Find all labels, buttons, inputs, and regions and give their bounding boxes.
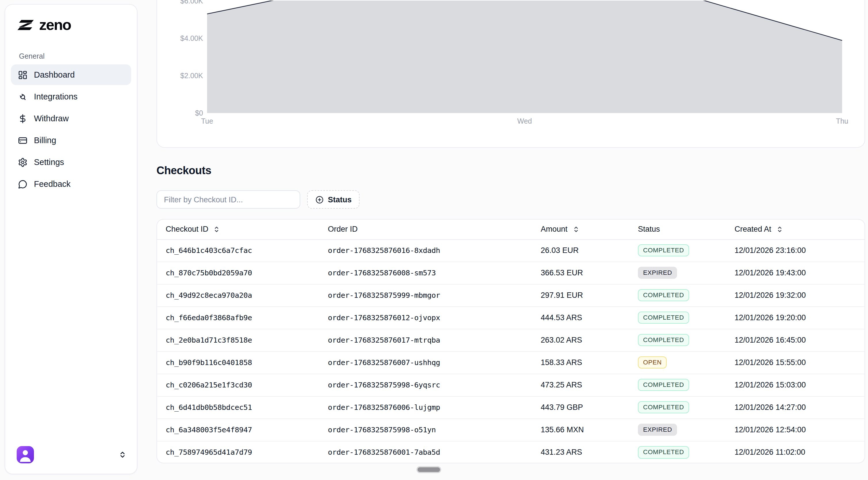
layout-dashboard-icon (18, 70, 28, 79)
cell-created-at: 12/01/2026 16:45:00 (735, 329, 865, 351)
cell-status: COMPLETED (638, 374, 735, 396)
cell-checkout-id: ch_6a348003f5e4f8947 (157, 418, 328, 441)
sidebar-item-label: Withdraw (34, 114, 69, 123)
credit-card-icon (18, 135, 28, 145)
table-row[interactable]: ch_6d41db0b58bdcec51order-1768325876006-… (157, 396, 865, 418)
revenue-area-chart: $0$2.00K$4.00K$6.00K TueWedThu (157, 1, 865, 148)
cell-amount: 297.91 EUR (541, 284, 638, 307)
cell-order-id: order-1768325876001-7aba5d (328, 441, 541, 463)
table-row[interactable]: ch_870c75b0bd2059a70order-1768325876008-… (157, 261, 865, 284)
sort-icon (572, 226, 579, 233)
table-header-row: Checkout ID Order ID Amount Status Creat… (157, 220, 865, 239)
status-badge: COMPLETED (638, 289, 689, 301)
sort-icon (214, 226, 220, 233)
table-row[interactable]: ch_6a348003f5e4f8947order-1768325875998-… (157, 418, 865, 441)
status-badge: COMPLETED (638, 244, 689, 257)
cell-order-id: order-1768325876008-sm573 (328, 261, 541, 284)
sidebar-item-withdraw[interactable]: Withdraw (11, 108, 131, 129)
cell-status: OPEN (638, 351, 735, 374)
status-badge: COMPLETED (638, 312, 689, 324)
cell-status: EXPIRED (638, 261, 735, 284)
cell-checkout-id: ch_646b1c403c6a7cfac (157, 239, 328, 261)
plug-icon (18, 92, 28, 101)
cell-order-id: order-1768325876006-lujgmp (328, 396, 541, 418)
logo-wordmark: zeno (39, 16, 71, 34)
sidebar-item-label: Integrations (34, 92, 78, 101)
sidebar-item-label: Feedback (34, 179, 70, 189)
cell-order-id: order-1768325876007-ushhqg (328, 351, 541, 374)
cell-order-id: order-1768325875998-o51yn (328, 418, 541, 441)
sidebar-item-dashboard[interactable]: Dashboard (11, 64, 131, 85)
cell-checkout-id: ch_49d92c8eca970a20a (157, 284, 328, 307)
cell-status: COMPLETED (638, 329, 735, 351)
checkouts-title: Checkouts (156, 164, 211, 177)
sidebar-item-label: Billing (34, 136, 56, 145)
cell-created-at: 12/01/2026 23:16:00 (735, 239, 865, 261)
cell-checkout-id: ch_b90f9b116c0401858 (157, 351, 328, 374)
y-axis-tick-label: $2.00K (163, 71, 203, 80)
cell-checkout-id: ch_758974965d41a7d79 (157, 441, 328, 463)
sidebar-nav: Dashboard Integrations Withdraw Billing (5, 64, 137, 195)
cell-amount: 26.03 EUR (541, 239, 638, 261)
x-axis-tick-label: Thu (822, 117, 862, 126)
cell-checkout-id: ch_c0206a215e1f3cd30 (157, 374, 328, 396)
cell-status: COMPLETED (638, 284, 735, 307)
cell-created-at: 12/01/2026 19:32:00 (735, 284, 865, 307)
y-axis-tick-label: $4.00K (163, 34, 203, 43)
cell-checkout-id: ch_870c75b0bd2059a70 (157, 261, 328, 284)
sidebar-item-settings[interactable]: Settings (11, 152, 131, 172)
sidebar-item-feedback[interactable]: Feedback (11, 173, 131, 194)
table-row[interactable]: ch_c0206a215e1f3cd30order-1768325875998-… (157, 374, 865, 396)
cell-order-id: order-1768325876012-ojvopx (328, 307, 541, 329)
cell-order-id: order-1768325875999-mbmgor (328, 284, 541, 307)
status-filter-button[interactable]: Status (307, 190, 360, 209)
table-row[interactable]: ch_646b1c403c6a7cfacorder-1768325876016-… (157, 239, 865, 261)
column-header-amount[interactable]: Amount (541, 220, 638, 239)
cell-created-at: 12/01/2026 15:03:00 (735, 374, 865, 396)
sidebar-section-label: General (19, 52, 137, 60)
cell-checkout-id: ch_6d41db0b58bdcec51 (157, 396, 328, 418)
y-axis-tick-label: $6.00K (163, 0, 203, 5)
table-row[interactable]: ch_758974965d41a7d79order-1768325876001-… (157, 441, 865, 463)
sidebar-item-integrations[interactable]: Integrations (11, 86, 131, 107)
cell-created-at: 12/01/2026 19:43:00 (735, 261, 865, 284)
cell-created-at: 12/01/2026 11:02:00 (735, 441, 865, 463)
cell-amount: 263.02 ARS (541, 329, 638, 351)
sidebar-item-label: Settings (34, 158, 64, 167)
table-row[interactable]: ch_2e0ba1d71c3f8518eorder-1768325876017-… (157, 329, 865, 351)
cell-status: COMPLETED (638, 307, 735, 329)
table-row[interactable]: ch_b90f9b116c0401858order-1768325876007-… (157, 351, 865, 374)
horizontal-scrollbar-thumb[interactable] (417, 467, 440, 472)
cell-amount: 431.23 ARS (541, 441, 638, 463)
status-badge: EXPIRED (638, 424, 677, 436)
cell-amount: 135.66 MXN (541, 418, 638, 441)
cell-checkout-id: ch_2e0ba1d71c3f8518e (157, 329, 328, 351)
chevrons-up-down-icon[interactable] (119, 451, 127, 459)
status-badge: COMPLETED (638, 401, 689, 414)
cell-order-id: order-1768325875998-6yqsrc (328, 374, 541, 396)
logo[interactable]: zeno (17, 16, 137, 34)
cell-created-at: 12/01/2026 15:55:00 (735, 351, 865, 374)
cell-status: EXPIRED (638, 418, 735, 441)
status-badge: OPEN (638, 356, 667, 369)
table-row[interactable]: ch_f66eda0f3868afb9eorder-1768325876012-… (157, 307, 865, 329)
sidebar-item-billing[interactable]: Billing (11, 130, 131, 151)
user-avatar[interactable] (17, 446, 34, 463)
cell-status: COMPLETED (638, 239, 735, 261)
area-chart-svg (157, 1, 865, 148)
table-row[interactable]: ch_49d92c8eca970a20aorder-1768325875999-… (157, 284, 865, 307)
sidebar-item-label: Dashboard (34, 70, 75, 79)
cell-amount: 158.33 ARS (541, 351, 638, 374)
column-header-checkout-id[interactable]: Checkout ID (157, 220, 328, 239)
x-axis-tick-label: Tue (187, 117, 227, 126)
checkouts-controls: Status (156, 190, 360, 209)
column-header-created-at[interactable]: Created At (735, 220, 865, 239)
zeno-logo-icon (17, 19, 34, 31)
cell-order-id: order-1768325876016-8xdadh (328, 239, 541, 261)
cell-status: COMPLETED (638, 396, 735, 418)
status-badge: COMPLETED (638, 446, 689, 458)
cell-amount: 366.53 EUR (541, 261, 638, 284)
checkout-id-filter-input[interactable] (156, 190, 300, 209)
column-header-order-id: Order ID (328, 220, 541, 239)
sidebar: zeno General Dashboard Integrations Wi (5, 4, 137, 474)
